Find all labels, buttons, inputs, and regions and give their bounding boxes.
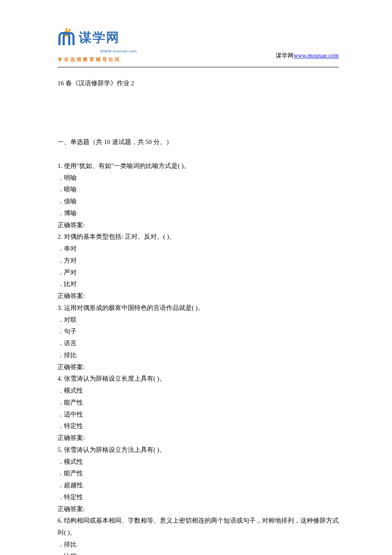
question-option: ．明喻 [58,172,339,184]
site-link-wrap: 谋学网www.mouxue.com [276,50,339,64]
question-stem: 3. 运用对偶形成的极富中国特色的言语作品就是( )。 [58,302,339,314]
question-stem: 5. 张雪涛认为辞格设立方法上具有( )。 [58,444,339,456]
document-title: 16 春《汉语修辞学》作业 2 [58,78,339,90]
question-option: ．方对 [58,255,339,267]
answer-label: 正确答案: [58,361,339,373]
section-header: 一、单选题（共 10 道试题，共 50 分。） [58,136,339,148]
question-option: ．排比 [58,350,339,361]
question-option: ．排比 [58,539,339,551]
question-option: ．比对 [58,278,339,290]
logo-domain: WWW.mouxue.com [100,48,137,55]
question-option: ．比拟 [58,551,339,555]
question-option: ．能产性 [58,397,339,409]
answer-label: 正确答案: [58,290,339,302]
question-stem: 1. 使用"犹如、有如"一类喻词的比喻方式是( )。 [58,160,339,172]
question-option: ．暗喻 [58,184,339,196]
question-option: ．特定性 [58,491,339,503]
logo-brand-name: 谋学网 [79,30,120,44]
question-option: ．借喻 [58,196,339,208]
question-option: ．句子 [58,326,339,338]
site-url-link[interactable]: www.mouxue.com [294,52,339,59]
questions-container: 1. 使用"犹如、有如"一类喻词的比喻方式是( )。．明喻．暗喻．借喻．博喻正确… [58,160,339,555]
question-block: 1. 使用"犹如、有如"一类喻词的比喻方式是( )。．明喻．暗喻．借喻．博喻正确… [58,160,339,231]
logo-tagline: 专业远程教育辅导社区 [58,55,137,64]
question-block: 2. 对偶的基本类型包括: 正对、反对、( )。．串对．方对．严对．比对正确答案… [58,231,339,302]
question-stem: 6. 结构相同或基本相同、字数相等、意义上密切相连的两个短语或句子，对称地排列，… [58,515,339,539]
question-option: ．博喻 [58,208,339,220]
logo-top-row: 谋学网 WWW.mouxue.com [58,26,137,55]
question-option: ．严对 [58,267,339,279]
question-block: 6. 结构相同或基本相同、字数相等、意义上密切相连的两个短语或句子，对称地排列，… [58,515,339,555]
answer-label: 正确答案: [58,432,339,444]
question-option: ．串对 [58,243,339,255]
question-option: ．适中性 [58,409,339,421]
site-label: 谋学网 [276,52,294,59]
logo-text: 谋学网 WWW.mouxue.com [79,26,137,55]
header-divider [58,67,339,67]
question-option: ．模式性 [58,385,339,397]
question-option: ．特定性 [58,420,339,432]
question-stem: 4. 张雪涛认为辞格设立长度上具有( )。 [58,373,339,385]
logo-mark-icon [58,32,75,48]
question-option: ．超越性 [58,480,339,491]
question-block: 5. 张雪涛认为辞格设立方法上具有( )。．模式性．能产性．超越性．特定性正确答… [58,444,339,515]
question-option: ．能产性 [58,468,339,480]
page-header: 谋学网 WWW.mouxue.com 专业远程教育辅导社区 谋学网www.mou… [58,26,339,64]
question-stem: 2. 对偶的基本类型包括: 正对、反对、( )。 [58,231,339,243]
answer-label: 正确答案: [58,220,339,231]
question-option: ．对联 [58,314,339,326]
question-option: ．模式性 [58,456,339,468]
question-block: 4. 张雪涛认为辞格设立长度上具有( )。．模式性．能产性．适中性．特定性正确答… [58,373,339,444]
question-option: ．语言 [58,338,339,350]
logo: 谋学网 WWW.mouxue.com 专业远程教育辅导社区 [58,26,137,64]
question-block: 3. 运用对偶形成的极富中国特色的言语作品就是( )。．对联．句子．语言．排比正… [58,302,339,373]
answer-label: 正确答案: [58,503,339,515]
